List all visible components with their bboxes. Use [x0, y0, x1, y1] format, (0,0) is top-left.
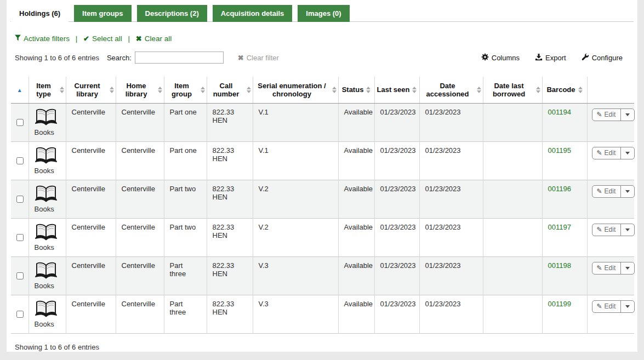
- configure-button[interactable]: Configure: [582, 53, 623, 62]
- caret-down-icon: [625, 152, 630, 155]
- sort-carets-icon: [536, 87, 540, 93]
- table-row: Books Centerville Centerville Part one 8…: [11, 141, 634, 180]
- edit-dropdown-button[interactable]: [621, 109, 634, 121]
- date-accessioned-cell: 01/23/2023: [419, 141, 483, 180]
- sort-carets-icon: [60, 87, 64, 93]
- tab-descriptions-2[interactable]: Descriptions (2): [137, 5, 207, 22]
- column-header-current-library[interactable]: Current library: [66, 77, 116, 103]
- column-header-last-seen[interactable]: Last seen: [374, 77, 419, 103]
- column-header-status[interactable]: Status: [338, 77, 374, 103]
- barcode-link[interactable]: 001194: [548, 108, 571, 116]
- edit-button-group: ✎ Edit: [592, 147, 635, 159]
- item-type-cell: Books: [29, 295, 66, 333]
- export-button[interactable]: Export: [535, 53, 566, 62]
- current-library-cell: Centerville: [66, 141, 116, 180]
- column-header-date-last-borrowed[interactable]: Date last borrowed: [483, 77, 542, 103]
- showing-entries-bottom: Showing 1 to 6 of 6 entries: [10, 334, 634, 351]
- column-label: Item group: [166, 82, 198, 98]
- edit-button[interactable]: ✎ Edit: [592, 147, 622, 159]
- status-cell: Available: [338, 256, 374, 295]
- edit-button-label: Edit: [605, 264, 616, 272]
- activate-filters-link[interactable]: Activate filters: [15, 35, 70, 43]
- tab-item-groups[interactable]: Item groups: [74, 5, 131, 22]
- column-label: Home library: [118, 82, 155, 98]
- edit-dropdown-button[interactable]: [621, 147, 634, 159]
- row-select-checkbox[interactable]: [16, 119, 24, 126]
- tab-images-0[interactable]: Images (0): [298, 5, 349, 22]
- caret-down-icon: [625, 267, 630, 270]
- edit-dropdown-button[interactable]: [621, 224, 634, 236]
- holdings-table-body: Books Centerville Centerville Part one 8…: [11, 103, 634, 333]
- barcode-link[interactable]: 001199: [548, 300, 571, 308]
- item-type-cell: Books: [29, 180, 66, 218]
- row-select-checkbox[interactable]: [16, 196, 24, 203]
- edit-button[interactable]: ✎ Edit: [592, 262, 622, 274]
- edit-dropdown-button[interactable]: [621, 186, 634, 197]
- edit-button[interactable]: ✎ Edit: [592, 301, 622, 312]
- column-label: Current library: [68, 82, 107, 98]
- search-input[interactable]: [135, 52, 224, 64]
- row-select-checkbox[interactable]: [16, 157, 24, 164]
- column-header-barcode[interactable]: Barcode: [542, 77, 587, 103]
- barcode-link[interactable]: 001195: [548, 146, 571, 155]
- select-all-link[interactable]: ✔ Select all: [83, 35, 122, 43]
- home-library-cell: Centerville: [116, 103, 164, 141]
- row-select-checkbox[interactable]: [16, 272, 24, 279]
- barcode-link[interactable]: 001198: [548, 261, 571, 270]
- column-header-serial-enumeration-chronology[interactable]: Serial enumeration / chronology: [253, 77, 338, 103]
- item-group-cell: Part one: [164, 141, 207, 180]
- date-last-borrowed-cell: [483, 295, 542, 333]
- column-header-home-library[interactable]: Home library: [116, 77, 164, 103]
- column-header-select[interactable]: ▲: [11, 77, 29, 103]
- edit-button[interactable]: ✎ Edit: [592, 186, 622, 197]
- column-label: Call number: [209, 82, 244, 98]
- column-label: Serial enumeration / chronology: [255, 82, 329, 98]
- tab-acquisition-details[interactable]: Acquisition details: [213, 5, 293, 22]
- call-number-cell: 822.33 HEN: [207, 103, 253, 141]
- edit-dropdown-button[interactable]: [621, 301, 634, 312]
- current-library-cell: Centerville: [66, 218, 116, 256]
- sort-carets-icon: [110, 87, 114, 93]
- date-accessioned-cell: 01/23/2023: [419, 218, 483, 256]
- barcode-link[interactable]: 001197: [548, 223, 571, 231]
- barcode-cell: 001194: [542, 103, 587, 141]
- holdings-table-wrap: ▲ Item typeCurrent libraryHome libraryIt…: [10, 77, 634, 334]
- barcode-cell: 001195: [542, 141, 587, 180]
- column-header-item-group[interactable]: Item group: [164, 77, 207, 103]
- filter-links-bar: Activate filters | ✔ Select all | ✖ Clea…: [10, 22, 634, 43]
- date-accessioned-cell: 01/23/2023: [419, 295, 483, 333]
- clear-filter-button[interactable]: ✖ Clear filter: [238, 54, 279, 62]
- edit-dropdown-button[interactable]: [621, 262, 634, 274]
- table-controls: Showing 1 to 6 of 6 entries Search: ✖ Cl…: [10, 43, 634, 70]
- row-select-cell: [11, 141, 29, 180]
- item-group-cell: Part two: [164, 218, 207, 256]
- activate-filters-label: Activate filters: [24, 35, 70, 43]
- tab-holdings-6[interactable]: Holdings (6): [11, 5, 69, 22]
- row-select-checkbox[interactable]: [16, 234, 24, 241]
- row-select-checkbox[interactable]: [16, 311, 24, 318]
- column-header-call-number[interactable]: Call number: [207, 77, 253, 103]
- barcode-cell: 001198: [542, 256, 587, 295]
- pencil-icon: ✎: [597, 187, 602, 195]
- last-seen-cell: 01/23/2023: [374, 103, 419, 141]
- separator: |: [128, 35, 130, 43]
- columns-button[interactable]: Columns: [481, 53, 520, 62]
- sort-carets-icon: [578, 87, 583, 93]
- current-library-cell: Centerville: [66, 180, 116, 218]
- export-label: Export: [545, 54, 566, 62]
- sort-ascending-icon: ▲: [17, 87, 22, 93]
- barcode-link[interactable]: 001196: [548, 185, 571, 193]
- last-seen-cell: 01/23/2023: [374, 295, 419, 333]
- edit-button[interactable]: ✎ Edit: [592, 109, 622, 121]
- configure-label: Configure: [592, 54, 623, 62]
- column-header-item-type[interactable]: Item type: [29, 77, 66, 103]
- actions-cell: ✎ Edit: [587, 103, 634, 141]
- date-last-borrowed-cell: [483, 103, 542, 141]
- edit-button[interactable]: ✎ Edit: [592, 224, 622, 236]
- holdings-page: Holdings (6)Item groupsDescriptions (2)A…: [7, 0, 637, 352]
- column-header-date-accessioned[interactable]: Date accessioned: [419, 77, 483, 103]
- edit-button-group: ✎ Edit: [592, 108, 635, 121]
- showing-entries-top: Showing 1 to 6 of 6 entries: [15, 54, 99, 62]
- clear-all-link[interactable]: ✖ Clear all: [136, 35, 172, 43]
- edit-button-label: Edit: [605, 302, 616, 310]
